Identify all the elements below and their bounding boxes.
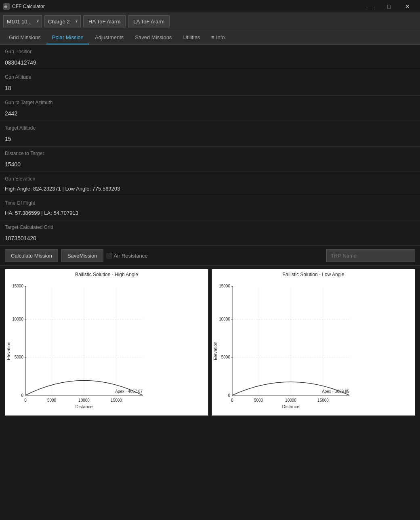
air-resistance-checkbox[interactable] (107, 253, 112, 258)
maximize-button[interactable]: □ (380, 0, 398, 13)
gun-position-value[interactable]: 0830412749 (5, 57, 415, 70)
svg-text:0: 0 (231, 398, 233, 403)
svg-text:10000: 10000 (219, 317, 230, 321)
target-altitude-value[interactable]: 15 (5, 133, 415, 146)
azimuth-label: Gun to Target Azimuth (5, 100, 415, 105)
air-resistance-label[interactable]: Air Resistance (107, 253, 148, 259)
svg-text:5000: 5000 (47, 398, 57, 403)
svg-text:0: 0 (24, 398, 27, 403)
tab-grid-missions[interactable]: Grid Missions (3, 30, 46, 44)
target-altitude-label: Target Altitude (5, 125, 415, 131)
tof-label: Time Of Flight (5, 200, 415, 206)
la-apex-label: Apex - 3689.85 (322, 389, 349, 394)
ha-x-label: Distance (76, 404, 93, 409)
la-x-label: Distance (282, 404, 300, 409)
svg-text:15000: 15000 (12, 284, 23, 288)
trp-name-input[interactable] (326, 249, 415, 262)
calculate-mission-button[interactable]: Calculate Mission (5, 249, 58, 262)
low-angle-svg: Elevation 0 5000 10000 15000 0 5000 1000… (212, 278, 357, 415)
calculated-grid-section: Target Calculated Grid 1873501420 (0, 220, 420, 246)
close-button[interactable]: ✕ (398, 0, 417, 13)
svg-text:0: 0 (21, 393, 23, 398)
ha-apex-label: Apex - 4057.67 (115, 389, 143, 394)
calculated-grid-value: 1873501420 (5, 233, 415, 245)
ha-y-label: Elevation (6, 342, 11, 360)
gun-elevation-section: Gun Elevation High Angle: 824.232371 | L… (0, 172, 420, 196)
distance-section: Distance to Target 15400 (0, 147, 420, 172)
gun-altitude-label: Gun Altitude (5, 74, 415, 80)
charts-area: Ballistic Solution - High Angle Elevatio… (0, 266, 420, 419)
gun-position-label: Gun Position (5, 49, 415, 55)
la-y-label: Elevation (213, 342, 218, 360)
azimuth-section: Gun to Target Azimuth 2442 (0, 96, 420, 121)
svg-text:⊕: ⊕ (4, 4, 7, 9)
high-angle-chart-title: Ballistic Solution - High Angle (5, 269, 208, 278)
munition-select-wrapper[interactable]: M101 10... (3, 15, 42, 27)
tab-utilities[interactable]: Utilities (177, 30, 206, 44)
svg-text:10000: 10000 (12, 317, 23, 321)
gun-elevation-value: High Angle: 824.232371 | Low Angle: 775.… (5, 184, 415, 196)
save-mission-button[interactable]: SaveMission (61, 249, 103, 262)
main-content: Gun Position 0830412749 Gun Altitude 18 … (0, 45, 420, 419)
low-angle-chart: Ballistic Solution - Low Angle Elevation… (212, 269, 415, 416)
svg-text:10000: 10000 (78, 398, 90, 403)
calculated-grid-label: Target Calculated Grid (5, 224, 415, 230)
svg-text:0: 0 (228, 393, 230, 398)
distance-label: Distance to Target (5, 151, 415, 156)
svg-text:5000: 5000 (15, 355, 24, 359)
svg-text:15000: 15000 (219, 284, 230, 288)
munition-select[interactable]: M101 10... (3, 15, 42, 27)
tab-bar: Grid Missions Polar Mission Adjustments … (0, 30, 420, 45)
la-tof-alarm-button[interactable]: LA ToF Alarm (128, 15, 170, 27)
target-altitude-section: Target Altitude 15 (0, 121, 420, 147)
gun-altitude-value[interactable]: 18 (5, 82, 415, 95)
high-angle-svg: Elevation 0 5000 10000 15000 0 (5, 278, 151, 415)
high-angle-chart: Ballistic Solution - High Angle Elevatio… (5, 269, 208, 416)
action-bar: Calculate Mission SaveMission Air Resist… (0, 246, 420, 266)
ha-tof-alarm-button[interactable]: HA ToF Alarm (83, 15, 126, 27)
svg-text:5000: 5000 (254, 398, 263, 403)
charge-select[interactable]: Charge 2 (44, 15, 81, 27)
tab-saved-missions[interactable]: Saved Missions (129, 30, 177, 44)
toolbar: M101 10... Charge 2 HA ToF Alarm LA ToF … (0, 13, 420, 30)
charge-select-wrapper[interactable]: Charge 2 (44, 15, 81, 27)
title-bar: ⊕ CFF Calculator — □ ✕ (0, 0, 420, 13)
window-controls: — □ ✕ (361, 0, 417, 13)
minimize-button[interactable]: — (361, 0, 380, 13)
app-title: CFF Calculator (12, 4, 361, 9)
svg-text:15000: 15000 (317, 398, 329, 403)
tab-polar-mission[interactable]: Polar Mission (46, 30, 89, 44)
tab-adjustments[interactable]: Adjustments (89, 30, 130, 44)
svg-text:5000: 5000 (221, 355, 231, 359)
azimuth-value[interactable]: 2442 (5, 108, 415, 121)
tof-section: Time Of Flight HA: 57.386599 | LA: 54.70… (0, 196, 420, 220)
list-icon: ≡ (211, 34, 214, 40)
gun-position-section: Gun Position 0830412749 (0, 45, 420, 70)
app-icon: ⊕ (3, 3, 10, 10)
tab-info[interactable]: ≡ Info (206, 30, 230, 44)
svg-text:10000: 10000 (285, 398, 296, 403)
svg-text:15000: 15000 (111, 398, 122, 403)
tof-value: HA: 57.386599 | LA: 54.707913 (5, 208, 415, 220)
distance-value[interactable]: 15400 (5, 159, 415, 172)
gun-altitude-section: Gun Altitude 18 (0, 70, 420, 96)
low-angle-chart-title: Ballistic Solution - Low Angle (212, 269, 415, 278)
gun-elevation-label: Gun Elevation (5, 176, 415, 182)
